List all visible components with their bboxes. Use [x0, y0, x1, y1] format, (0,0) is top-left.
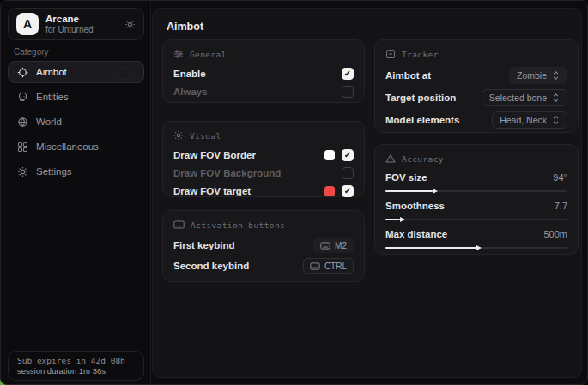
activation-card: Activation buttons First keybind M2	[162, 210, 365, 282]
setting-label: Draw FOV Background	[173, 168, 281, 178]
always-checkbox[interactable]	[342, 86, 354, 98]
scan-box-icon	[385, 49, 396, 59]
setting-label: Aimbot at	[385, 70, 431, 81]
sidebar-item-label: World	[36, 117, 62, 127]
sidebar-menu: Aimbot Entities	[8, 61, 144, 183]
accuracy-card: Accuracy FOV size 94° Smoothness 7.7	[374, 144, 579, 255]
sidebar-item-label: Settings	[36, 166, 72, 177]
triangle-icon	[385, 153, 396, 164]
setting-label: Model elements	[385, 115, 459, 125]
fov-size-value: 94°	[553, 172, 567, 183]
color-swatch[interactable]	[324, 186, 335, 196]
sidebar-item-label: Entities	[36, 92, 69, 102]
visual-card: Visual Draw FOV Border Draw FOV Backgrou…	[162, 121, 365, 197]
sidebar: A Arcane for Unturned Category	[1, 1, 151, 384]
setting-row-fov-size: FOV size 94°	[385, 169, 567, 196]
max-distance-slider[interactable]	[385, 244, 567, 252]
brand-subtitle: for Unturned	[45, 25, 94, 35]
sliders-icon	[173, 49, 184, 59]
setting-label: Smoothness	[385, 201, 445, 211]
setting-row-smoothness: Smoothness 7.7	[385, 197, 567, 224]
brand-name: Arcane	[45, 14, 94, 25]
sidebar-item-label: Miscellaneous	[36, 141, 99, 152]
general-card: General Enable Always	[162, 39, 365, 103]
keyboard-icon	[310, 262, 320, 270]
smoothness-slider[interactable]	[385, 215, 567, 224]
slider-fill[interactable]	[385, 190, 433, 192]
dropdown-value: Zombie	[517, 70, 547, 81]
setting-row-enable: Enable	[173, 64, 354, 82]
sub-expiry-text: Sub expires in 42d 08h	[17, 356, 135, 365]
setting-row-target-position: Target position Selected bone	[385, 87, 567, 109]
sidebar-item-aimbot[interactable]: Aimbot	[8, 61, 144, 83]
model-elements-dropdown[interactable]: Head, Neck	[492, 111, 567, 129]
setting-row-always: Always	[173, 82, 354, 100]
fov-border-checkbox[interactable]	[342, 149, 354, 161]
slider-fill[interactable]	[385, 247, 476, 249]
color-swatch[interactable]	[324, 150, 335, 160]
skull-icon	[17, 92, 28, 103]
gear-icon	[17, 166, 28, 177]
setting-row-fov-border: Draw FOV Border	[173, 146, 354, 164]
sidebar-item-miscellaneous[interactable]: Miscellaneous	[8, 135, 144, 158]
brand-card: A Arcane for Unturned	[8, 8, 144, 40]
card-title: Activation buttons	[191, 220, 285, 230]
setting-row-second-keybind: Second keybind CTRL	[173, 256, 354, 276]
first-keybind-button[interactable]: M2	[313, 238, 354, 253]
fov-background-checkbox[interactable]	[342, 167, 354, 179]
slider-track[interactable]	[385, 219, 567, 220]
up-down-arrows-icon	[552, 71, 560, 80]
fov-target-checkbox[interactable]	[342, 185, 354, 197]
grid-icon	[17, 141, 28, 153]
subscription-status-box: Sub expires in 42d 08h session duration …	[8, 351, 144, 381]
max-distance-value: 500m	[543, 229, 567, 239]
sidebar-item-settings[interactable]: Settings	[8, 160, 144, 183]
dropdown-value: Selected bone	[489, 93, 547, 103]
setting-row-max-distance: Max distance 500m	[385, 226, 567, 252]
page-title: Aimbot	[167, 21, 203, 33]
aimbot-at-dropdown[interactable]: Zombie	[509, 67, 567, 84]
setting-row-fov-background: Draw FOV Background	[173, 164, 354, 182]
main-panel: Aimbot General Enable Always	[152, 8, 582, 378]
fov-size-slider[interactable]	[385, 187, 567, 196]
up-down-arrows-icon	[552, 93, 560, 102]
second-keybind-button[interactable]: CTRL	[303, 258, 354, 274]
setting-row-model-elements: Model elements Head, Neck	[385, 109, 567, 131]
keybind-value: CTRL	[324, 262, 347, 271]
sun-icon	[173, 130, 184, 141]
brand-logo: A	[16, 13, 39, 35]
keyboard-icon	[173, 220, 185, 229]
card-title: Accuracy	[402, 154, 444, 164]
brand-initial: A	[23, 17, 32, 31]
setting-row-aimbot-at: Aimbot at Zombie	[385, 64, 567, 87]
hotkey-ghost-badge	[113, 68, 136, 80]
setting-row-fov-target: Draw FOV target	[173, 182, 354, 200]
setting-label: Max distance	[385, 229, 447, 239]
keybind-value: M2	[335, 241, 347, 250]
setting-label: Always	[173, 87, 208, 97]
gear-icon[interactable]	[124, 19, 136, 30]
setting-label: First keybind	[173, 240, 235, 250]
globe-icon	[17, 117, 28, 128]
slider-fill[interactable]	[385, 219, 400, 220]
card-title: Visual	[190, 131, 221, 141]
sidebar-item-world[interactable]: World	[8, 111, 144, 133]
smoothness-value: 7.7	[555, 201, 567, 211]
card-title: General	[190, 50, 227, 59]
session-duration-text: session duration 1m 36s	[17, 366, 135, 376]
sidebar-item-label: Aimbot	[36, 67, 67, 77]
target-position-dropdown[interactable]: Selected bone	[482, 89, 567, 106]
setting-label: FOV size	[385, 172, 427, 183]
sidebar-item-entities[interactable]: Entities	[8, 86, 144, 108]
setting-label: Draw FOV target	[173, 186, 251, 196]
up-down-arrows-icon	[552, 116, 560, 124]
setting-label: Target position	[385, 93, 456, 103]
card-title: Tracker	[402, 50, 439, 59]
enable-checkbox[interactable]	[342, 68, 354, 80]
category-label: Category	[14, 47, 49, 57]
setting-row-first-keybind: First keybind M2	[173, 235, 354, 256]
tracker-card: Tracker Aimbot at Zombie Target	[374, 39, 579, 133]
setting-label: Enable	[173, 69, 206, 79]
crosshair-icon	[17, 67, 28, 78]
app-window: A Arcane for Unturned Category	[0, 0, 588, 385]
